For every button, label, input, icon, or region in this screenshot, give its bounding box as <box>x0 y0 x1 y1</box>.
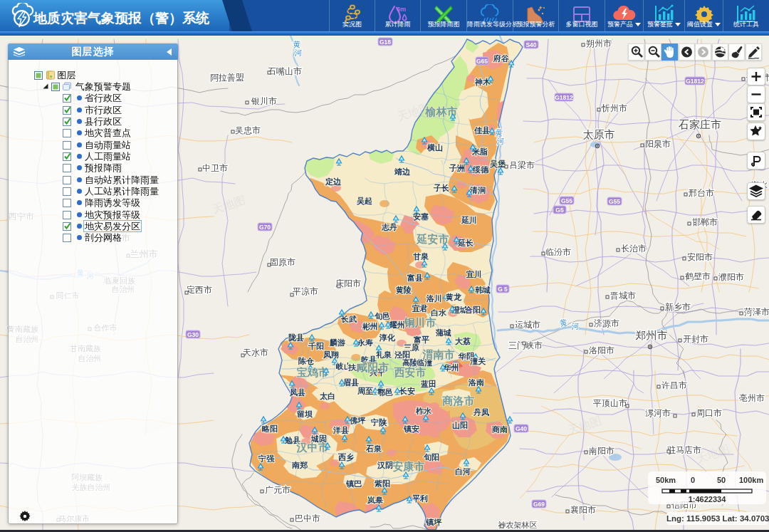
svg-text:G5: G5 <box>555 207 564 214</box>
svg-text:定西市: 定西市 <box>187 285 212 295</box>
svg-text:G70: G70 <box>259 224 271 231</box>
svg-text:晋城市: 晋城市 <box>610 291 636 301</box>
svg-text:陈仓: 陈仓 <box>298 357 315 365</box>
svg-text:中卫市: 中卫市 <box>202 163 228 173</box>
svg-text:汉阴: 汉阴 <box>377 461 393 469</box>
svg-text:镇坪: 镇坪 <box>425 518 442 526</box>
svg-text:大荔: 大荔 <box>455 337 471 345</box>
svg-text:留坝: 留坝 <box>297 410 313 418</box>
svg-text:汉中市: 汉中市 <box>296 441 329 453</box>
svg-text:旬邑: 旬邑 <box>374 312 390 320</box>
svg-text:横山: 横山 <box>427 143 443 152</box>
svg-text:黄: 黄 <box>496 128 503 137</box>
svg-text:蒲城: 蒲城 <box>435 328 451 337</box>
svg-text:G 5: G 5 <box>498 286 508 293</box>
svg-text:黄龙: 黄龙 <box>445 293 462 302</box>
svg-text:镇安: 镇安 <box>403 424 419 433</box>
svg-text:富县: 富县 <box>407 273 423 282</box>
svg-text:开封市: 开封市 <box>683 334 708 344</box>
svg-text:G55: G55 <box>561 197 572 204</box>
svg-text:G40: G40 <box>516 425 527 432</box>
svg-text:淳化: 淳化 <box>379 333 396 342</box>
svg-text:济源市: 济源市 <box>594 318 619 328</box>
svg-text:甘泉: 甘泉 <box>413 252 429 261</box>
svg-text:长治市: 长治市 <box>621 244 647 254</box>
svg-text:蓝田: 蓝田 <box>420 380 436 388</box>
svg-text:G30: G30 <box>187 331 199 338</box>
svg-text:志丹: 志丹 <box>381 223 397 231</box>
svg-text:洋县: 洋县 <box>333 426 349 434</box>
svg-text:吴忠市: 吴忠市 <box>235 125 261 135</box>
svg-text:神农架林区: 神农架林区 <box>498 521 538 529</box>
svg-text:周口市: 周口市 <box>696 408 722 418</box>
svg-text:宁强: 宁强 <box>258 454 275 463</box>
svg-text:府谷: 府谷 <box>493 54 509 63</box>
svg-text:许昌市: 许昌市 <box>661 380 687 390</box>
svg-text:亳州市: 亳州市 <box>739 393 765 403</box>
svg-text:千阳: 千阳 <box>308 342 324 350</box>
svg-text:广元市: 广元市 <box>265 485 291 495</box>
svg-text:漯河市: 漯河市 <box>645 408 671 418</box>
svg-text:S40: S40 <box>525 41 536 48</box>
svg-text:韩城: 韩城 <box>475 286 491 294</box>
svg-text:洛阳市: 洛阳市 <box>589 345 614 355</box>
svg-text:凤翔: 凤翔 <box>323 350 339 359</box>
svg-text:G55: G55 <box>609 198 620 205</box>
svg-text:石嘴山市: 石嘴山市 <box>267 66 302 76</box>
svg-text:华州: 华州 <box>443 363 459 372</box>
svg-text:眉县: 眉县 <box>342 378 359 387</box>
svg-text:定边: 定边 <box>325 177 342 186</box>
svg-text:周至: 周至 <box>357 387 373 395</box>
svg-text:银川市: 银川市 <box>251 96 277 106</box>
svg-text:清涧: 清涧 <box>469 186 486 194</box>
svg-text:丹凤: 丹凤 <box>473 408 490 417</box>
svg-text:铜川市: 铜川市 <box>404 316 436 328</box>
svg-text:麟游: 麟游 <box>329 338 345 347</box>
svg-text:石泉: 石泉 <box>365 444 382 453</box>
svg-text:太白: 太白 <box>319 392 335 400</box>
svg-text:运城市: 运城市 <box>515 320 540 330</box>
svg-text:郑州市: 郑州市 <box>636 329 668 341</box>
svg-text:临汾市: 临汾市 <box>545 247 571 257</box>
svg-text:彬州: 彬州 <box>362 322 378 331</box>
svg-text:平利: 平利 <box>412 494 428 503</box>
svg-text:佳县: 佳县 <box>474 126 490 135</box>
svg-text:石家庄市: 石家庄市 <box>678 118 721 130</box>
svg-text:渭南市: 渭南市 <box>422 348 455 360</box>
svg-text:太原市: 太原市 <box>583 128 615 140</box>
svg-text:固原市: 固原市 <box>270 257 295 267</box>
svg-text:阿拉善盟: 阿拉善盟 <box>210 73 244 83</box>
svg-text:凤县: 凤县 <box>289 388 305 397</box>
svg-text:潼关: 潼关 <box>470 357 486 365</box>
svg-text:洛南: 洛南 <box>468 378 484 387</box>
svg-text:绥德: 绥德 <box>472 165 489 174</box>
svg-text:南郑: 南郑 <box>291 461 308 469</box>
svg-text:陇县: 陇县 <box>288 333 304 342</box>
svg-text:永寿: 永寿 <box>357 338 373 347</box>
svg-text:河: 河 <box>572 322 580 330</box>
svg-text:鄠邑: 鄠邑 <box>377 388 393 397</box>
svg-text:安康市: 安康市 <box>393 460 425 472</box>
svg-text:河: 河 <box>295 48 303 57</box>
svg-text:吴起: 吴起 <box>356 197 372 205</box>
svg-text:巴中市: 巴中市 <box>295 513 320 523</box>
svg-text:子长: 子长 <box>433 184 449 192</box>
svg-text:吴堡: 吴堡 <box>489 160 506 168</box>
svg-text:6m: 6m <box>397 6 406 13</box>
svg-text:安塞: 安塞 <box>413 212 429 221</box>
svg-text:菏泽市: 菏泽市 <box>744 307 769 317</box>
svg-text:长安: 长安 <box>399 387 415 395</box>
svg-text:G1812: G1812 <box>555 94 573 101</box>
svg-text:延安市: 延安市 <box>416 233 449 245</box>
svg-text:鹤壁市: 鹤壁市 <box>685 271 711 281</box>
svg-text:天水市: 天水市 <box>243 348 268 358</box>
svg-text:G65: G65 <box>476 58 488 65</box>
svg-text:西安市: 西安市 <box>394 366 427 378</box>
svg-text:G1812: G1812 <box>686 78 704 85</box>
svg-text:白河: 白河 <box>455 467 471 476</box>
svg-text:岚皋: 岚皋 <box>367 496 383 504</box>
svg-text:咸阳市: 咸阳市 <box>357 361 389 373</box>
svg-text:襄阳市: 襄阳市 <box>570 505 596 515</box>
svg-text:柞水: 柞水 <box>415 407 432 415</box>
svg-text:合阳: 合阳 <box>464 306 481 314</box>
